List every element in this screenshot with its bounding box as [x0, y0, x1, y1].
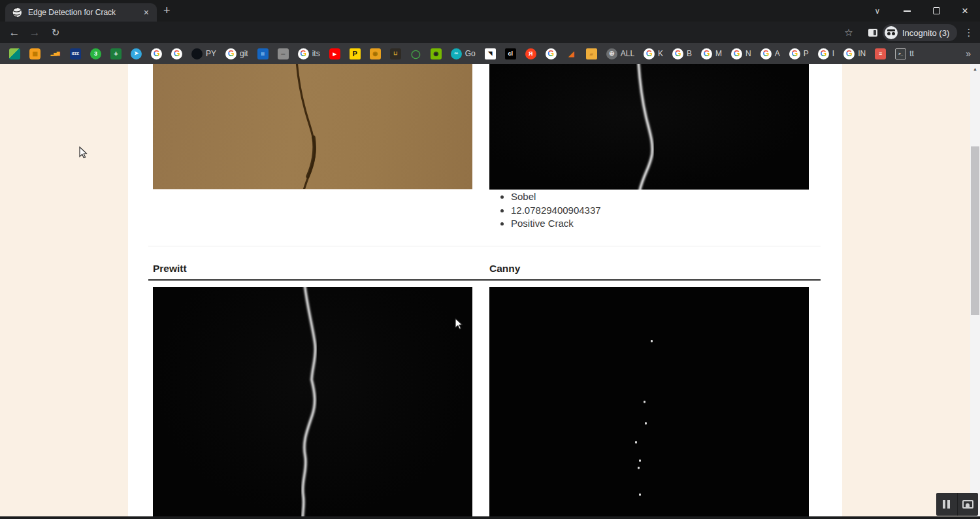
- cl-icon[interactable]: cl: [505, 48, 516, 59]
- briefcase-icon[interactable]: ▬: [278, 48, 289, 59]
- google-icon[interactable]: GIN: [843, 48, 866, 59]
- github-icon[interactable]: PY: [191, 48, 216, 59]
- google-icon[interactable]: G: [171, 48, 182, 59]
- bookmark-label: PY: [206, 49, 216, 58]
- incognito-label: Incognito (3): [902, 28, 949, 38]
- globe-icon[interactable]: ⊕ALL: [606, 48, 634, 59]
- scrollbar-thumb[interactable]: [971, 146, 979, 315]
- bookmark-star-icon[interactable]: ☆: [840, 22, 857, 43]
- scrollbar-up-arrow-icon[interactable]: ▲: [970, 67, 980, 71]
- eagle-icon[interactable]: ◥: [485, 48, 496, 59]
- bookmark-label: B: [687, 49, 692, 58]
- prewitt-heading: Prewitt: [153, 263, 187, 275]
- browser-window: { "browser": { "tab": { "title": "Edge D…: [0, 0, 980, 519]
- nvidia-icon[interactable]: ◉: [431, 48, 442, 59]
- google-icon[interactable]: GM: [701, 48, 722, 59]
- tab-search-chevron-icon[interactable]: ∨: [866, 0, 889, 22]
- original-crack-image: [153, 64, 472, 190]
- cube-icon[interactable]: ▦: [29, 48, 41, 59]
- browser-toolbar: ← → ↻ ⓘ http://127.0.0.1:5000 ☆ Incognit…: [0, 22, 980, 43]
- godaddy-icon[interactable]: ∞Go: [451, 48, 476, 59]
- canny-result-image: [489, 287, 809, 519]
- yandex-icon[interactable]: Я: [525, 48, 536, 59]
- bookmarks-bar: ▦▂▅▇IEEE3+➤GGPYGgit|||▬Gits▶P◉⊔◯◉∞Go◥clЯ…: [0, 43, 980, 64]
- browser-menu-icon[interactable]: ⋮: [962, 22, 976, 43]
- telegram-icon[interactable]: ➤: [131, 48, 142, 59]
- result-item: 12.07829400904337: [511, 204, 601, 218]
- analytics-icon[interactable]: ▂▅▇: [50, 48, 61, 59]
- result-item: Positive Crack: [511, 217, 601, 231]
- media-controls-overlay: [936, 493, 978, 516]
- bookmark-label: N: [745, 49, 751, 58]
- terminal-icon[interactable]: >_tt: [895, 48, 914, 59]
- pause-button[interactable]: [936, 493, 957, 516]
- p-icon[interactable]: P: [350, 48, 361, 59]
- minimize-button[interactable]: [895, 0, 919, 22]
- bookmark-label: I: [832, 49, 834, 58]
- bookmark-label: M: [715, 49, 722, 58]
- google-icon[interactable]: GN: [731, 48, 751, 59]
- reload-button[interactable]: ↻: [46, 22, 65, 43]
- google-icon[interactable]: GI: [818, 48, 834, 59]
- picture-in-picture-icon: [962, 500, 973, 509]
- cart-icon[interactable]: ⊔: [390, 48, 401, 59]
- canny-dots: [489, 287, 809, 519]
- google-icon[interactable]: GK: [644, 48, 663, 59]
- incognito-spy-icon: [885, 26, 898, 39]
- movie-camera-icon[interactable]: ◉: [370, 48, 381, 59]
- divider-line: [148, 246, 821, 246]
- sobel-result-image: [489, 64, 809, 190]
- result-list: Sobel12.07829400904337Positive Crack: [489, 190, 601, 231]
- google-icon[interactable]: GB: [672, 48, 692, 59]
- bookmark-label: tt: [909, 49, 914, 58]
- bookmarks-list: ▦▂▅▇IEEE3+➤GGPYGgit|||▬Gits▶P◉⊔◯◉∞Go◥clЯ…: [9, 48, 914, 59]
- result-item: Sobel: [511, 190, 601, 204]
- sheets-icon[interactable]: +: [110, 48, 122, 59]
- tab-favicon globe-icon: [12, 7, 22, 18]
- side-panel-icon[interactable]: [864, 22, 881, 43]
- bookmark-label: P: [804, 49, 809, 58]
- close-window-button[interactable]: ×: [953, 0, 977, 22]
- package-icon[interactable]: ▰: [586, 48, 597, 59]
- chart-bars-icon[interactable]: [9, 48, 20, 59]
- bookmark-label: its: [312, 49, 320, 58]
- bookmark-label: A: [775, 49, 780, 58]
- back-button[interactable]: ←: [5, 22, 24, 43]
- bookmark-label: git: [240, 49, 248, 58]
- picture-in-picture-button[interactable]: [957, 493, 979, 516]
- ticket-icon[interactable]: |||: [257, 48, 269, 59]
- google-icon[interactable]: Ggit: [225, 48, 248, 59]
- google-icon[interactable]: GP: [789, 48, 809, 59]
- section-divider-line: [148, 279, 821, 281]
- pdf-icon[interactable]: ≡: [875, 48, 886, 59]
- matlab-icon[interactable]: ◢: [566, 48, 577, 59]
- bookmark-label: K: [658, 49, 663, 58]
- tab-bar: Edge Detection for Crack × + ∨ ×: [0, 0, 980, 22]
- green-ring-icon[interactable]: ◯: [410, 48, 421, 59]
- google-icon[interactable]: Gits: [298, 48, 320, 59]
- browser-tab[interactable]: Edge Detection for Crack ×: [5, 3, 157, 22]
- canny-heading: Canny: [489, 263, 520, 275]
- bookmark-label: ALL: [621, 49, 634, 58]
- forward-button[interactable]: →: [25, 22, 44, 43]
- whatsapp-icon[interactable]: 3: [90, 48, 101, 59]
- tab-close-icon[interactable]: ×: [142, 8, 150, 17]
- bookmark-label: IN: [858, 49, 866, 58]
- ieee-icon[interactable]: IEEE: [70, 48, 81, 59]
- incognito-badge: Incognito (3): [883, 24, 957, 41]
- bookmarks-overflow-chevron-icon[interactable]: »: [966, 48, 971, 59]
- youtube-icon[interactable]: ▶: [329, 48, 340, 59]
- bookmark-label: Go: [465, 49, 476, 58]
- google-icon[interactable]: G: [546, 48, 557, 59]
- mouse-cursor: [79, 146, 88, 159]
- maximize-button[interactable]: [924, 0, 948, 22]
- new-tab-button[interactable]: +: [163, 4, 171, 18]
- tab-title: Edge Detection for Crack: [28, 8, 142, 17]
- prewitt-result-image: [153, 287, 472, 519]
- google-icon[interactable]: GA: [760, 48, 780, 59]
- taskbar-edge: [0, 516, 980, 519]
- google-icon[interactable]: G: [151, 48, 162, 59]
